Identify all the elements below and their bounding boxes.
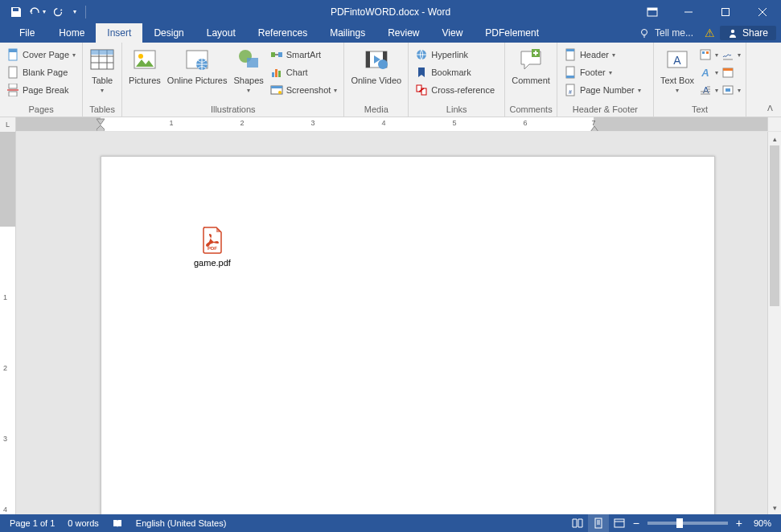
svg-rect-2	[647, 8, 657, 10]
chevron-down-icon: ▾	[101, 87, 104, 94]
window-controls	[638, 0, 781, 23]
customize-qat-button[interactable]: ▾	[69, 2, 80, 22]
text-box-icon: A	[664, 47, 690, 72]
book-icon	[112, 518, 123, 529]
save-button[interactable]	[6, 2, 26, 22]
chart-button[interactable]: Chart	[267, 63, 341, 81]
cross-reference-button[interactable]: Cross-reference	[412, 81, 498, 99]
date-time-button[interactable]	[720, 63, 742, 81]
wordart-button[interactable]: A ▾	[697, 63, 720, 81]
page-number-button[interactable]: # Page Number ▾	[561, 81, 644, 99]
tell-me-input[interactable]: Tell me...	[632, 27, 700, 39]
file-tab[interactable]: File	[6, 23, 47, 43]
online-video-button[interactable]: Online Video	[347, 44, 405, 85]
horizontal-ruler[interactable]: 1 2 3 4 5 6 7	[16, 117, 767, 131]
comment-button[interactable]: Comment	[508, 44, 553, 85]
language-status[interactable]: English (United States)	[129, 514, 233, 532]
zoom-slider-handle[interactable]	[676, 518, 683, 528]
vertical-scrollbar[interactable]: ▴ ▾	[767, 132, 781, 514]
quick-parts-button[interactable]: ▾	[697, 46, 720, 63]
tab-layout[interactable]: Layout	[195, 23, 247, 43]
web-layout-button[interactable]	[609, 514, 630, 532]
svg-point-5	[731, 30, 734, 33]
undo-icon	[28, 6, 41, 18]
hyperlink-button[interactable]: Hyperlink	[412, 46, 498, 63]
group-media-label: Media	[347, 103, 405, 117]
text-box-button[interactable]: A Text Box ▾	[657, 44, 697, 94]
screenshot-button[interactable]: Screenshot ▾	[267, 81, 341, 99]
scroll-up-button[interactable]: ▴	[768, 132, 781, 145]
svg-point-4	[641, 30, 647, 35]
shapes-button[interactable]: Shapes ▾	[230, 44, 266, 94]
bookmark-button[interactable]: Bookmark	[412, 63, 498, 81]
bookmark-icon	[415, 66, 428, 79]
drop-cap-button[interactable]: A ▾	[697, 81, 720, 99]
tab-selector[interactable]: L	[0, 117, 16, 132]
right-indent-marker[interactable]	[590, 125, 598, 131]
svg-rect-53	[595, 518, 602, 528]
object-icon	[721, 84, 734, 96]
scroll-down-button[interactable]: ▾	[768, 501, 781, 514]
maximize-button[interactable]	[707, 0, 744, 23]
tab-home[interactable]: Home	[47, 23, 96, 43]
redo-button[interactable]	[48, 2, 68, 22]
person-icon	[728, 28, 738, 38]
collapse-ribbon-button[interactable]: ᐱ	[764, 102, 776, 114]
ribbon-tabs: File Home Insert Design Layout Reference…	[0, 23, 781, 43]
pictures-button[interactable]: Pictures	[125, 44, 164, 85]
ribbon-options-icon	[647, 7, 658, 17]
group-text-label: Text	[657, 103, 742, 117]
spell-check-status[interactable]	[105, 514, 129, 532]
online-pictures-button[interactable]: Online Pictures	[164, 44, 231, 85]
header-button[interactable]: Header ▾	[561, 46, 644, 63]
chevron-down-icon: ▾	[43, 8, 46, 15]
tab-review[interactable]: Review	[376, 23, 430, 43]
read-mode-button[interactable]	[567, 514, 588, 532]
svg-rect-19	[271, 52, 275, 57]
page-number-label: Page Number	[580, 85, 635, 95]
print-layout-button[interactable]	[588, 514, 609, 532]
warning-icon[interactable]: ⚠	[705, 27, 715, 39]
minimize-button[interactable]	[670, 0, 707, 23]
embedded-pdf-object[interactable]: PDF game.pdf	[194, 226, 231, 268]
blank-page-icon	[6, 66, 19, 79]
tab-view[interactable]: View	[431, 23, 475, 43]
tab-pdfelement[interactable]: PDFelement	[474, 23, 550, 43]
svg-rect-7	[9, 49, 17, 52]
cover-page-button[interactable]: Cover Page ▾	[3, 46, 79, 63]
tab-design[interactable]: Design	[142, 23, 195, 43]
zoom-slider[interactable]	[647, 522, 728, 525]
signature-line-button[interactable]: ▾	[720, 46, 742, 63]
vertical-ruler[interactable]: 1 2 3 4	[0, 132, 16, 514]
tab-mailings[interactable]: Mailings	[319, 23, 376, 43]
tab-insert[interactable]: Insert	[96, 23, 142, 43]
tab-references[interactable]: References	[247, 23, 319, 43]
document-page[interactable]: PDF game.pdf	[101, 156, 715, 514]
svg-rect-45	[706, 51, 709, 54]
group-tables-label: Tables	[86, 103, 118, 117]
undo-button[interactable]: ▾	[27, 2, 47, 22]
word-count-status[interactable]: 0 words	[61, 514, 105, 532]
group-comments-label: Comments	[508, 103, 553, 117]
page-break-button[interactable]: Page Break	[3, 81, 79, 99]
cover-page-icon	[6, 48, 19, 61]
scroll-thumb[interactable]	[770, 145, 779, 306]
page-number-status[interactable]: Page 1 of 1	[3, 514, 61, 532]
footer-button[interactable]: Footer ▾	[561, 63, 644, 81]
ribbon-display-options-button[interactable]	[638, 2, 667, 22]
blank-page-button[interactable]: Blank Page	[3, 63, 79, 81]
smartart-button[interactable]: SmartArt	[267, 46, 341, 63]
object-button[interactable]: ▾	[720, 81, 742, 99]
document-scroll-area[interactable]: PDF game.pdf	[16, 132, 767, 514]
table-button[interactable]: Table ▾	[86, 44, 118, 94]
svg-rect-43	[701, 50, 710, 59]
svg-rect-10	[9, 92, 17, 96]
svg-rect-25	[271, 86, 282, 88]
close-button[interactable]	[744, 0, 781, 23]
share-button[interactable]: Share	[720, 26, 776, 40]
hanging-indent-marker[interactable]	[97, 125, 105, 131]
zoom-in-button[interactable]: +	[733, 518, 746, 529]
zoom-level[interactable]: 90%	[746, 514, 778, 532]
group-comments: Comment Comments	[505, 43, 557, 117]
zoom-out-button[interactable]: −	[630, 518, 643, 529]
